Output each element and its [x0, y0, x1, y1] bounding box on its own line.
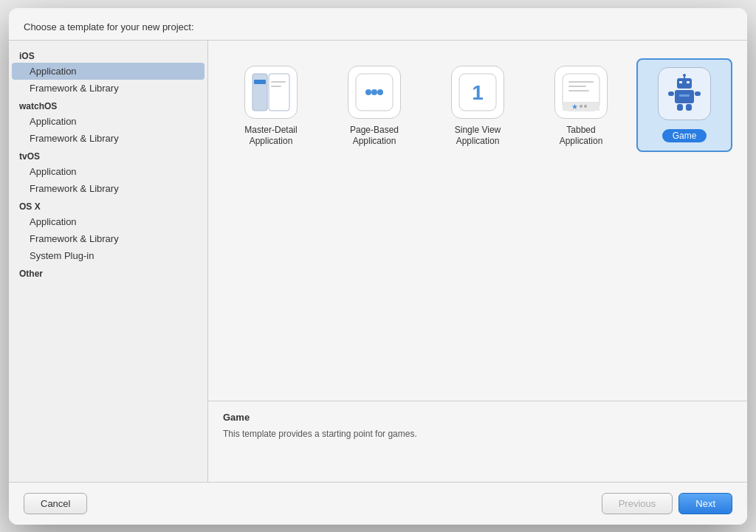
- description-text: This template provides a starting point …: [223, 427, 732, 441]
- sidebar-item-watchos-framework[interactable]: Framework & Library: [9, 130, 207, 147]
- dialog-title-text: Choose a template for your new project:: [24, 21, 194, 32]
- template-icon-game: [658, 67, 711, 120]
- template-label-game: Game: [662, 129, 707, 142]
- template-single-view[interactable]: 1 Single ViewApplication: [430, 58, 526, 152]
- sidebar-section-watchos: watchOS: [9, 97, 207, 113]
- sidebar: iOS Application Framework & Library watc…: [9, 41, 208, 482]
- template-icon-single-view: 1: [451, 66, 504, 119]
- template-label-master-detail: Master-DetailApplication: [244, 125, 297, 148]
- template-game[interactable]: Game: [636, 58, 732, 152]
- sidebar-item-osx-application[interactable]: Application: [9, 213, 207, 230]
- sidebar-section-tvos: tvOS: [9, 147, 207, 163]
- svg-rect-17: [568, 86, 586, 87]
- svg-point-15: [584, 105, 587, 108]
- sidebar-item-tvos-application[interactable]: Application: [9, 163, 207, 180]
- description-area: Game This template provides a starting p…: [208, 401, 747, 482]
- svg-rect-25: [668, 91, 674, 96]
- dialog: Choose a template for your new project: …: [9, 8, 747, 525]
- template-icon-page-based: [348, 66, 401, 119]
- svg-rect-21: [687, 81, 690, 83]
- svg-rect-0: [252, 74, 267, 111]
- svg-rect-26: [695, 91, 701, 96]
- svg-rect-27: [677, 104, 683, 111]
- template-label-single-view: Single ViewApplication: [455, 125, 501, 148]
- svg-rect-2: [254, 80, 266, 84]
- sidebar-item-osx-framework[interactable]: Framework & Library: [9, 230, 207, 247]
- main-content: Master-DetailApplication Page-BasedAppl: [208, 41, 747, 482]
- dialog-footer: Cancel Previous Next: [9, 483, 747, 525]
- svg-rect-29: [679, 94, 690, 97]
- template-page-based[interactable]: Page-BasedApplication: [326, 58, 422, 152]
- dialog-title: Choose a template for your new project:: [9, 8, 747, 40]
- sidebar-item-tvos-framework[interactable]: Framework & Library: [9, 180, 207, 197]
- svg-point-23: [683, 74, 686, 77]
- previous-button[interactable]: Previous: [602, 493, 673, 514]
- template-master-detail[interactable]: Master-DetailApplication: [223, 58, 319, 152]
- description-title: Game: [223, 412, 732, 423]
- svg-rect-16: [568, 81, 594, 83]
- svg-rect-3: [271, 81, 286, 83]
- svg-rect-1: [269, 74, 289, 111]
- svg-rect-20: [679, 81, 682, 83]
- sidebar-section-ios: iOS: [9, 46, 207, 63]
- sidebar-item-osx-plugin[interactable]: System Plug-in: [9, 247, 207, 264]
- svg-rect-28: [686, 104, 692, 111]
- template-tabbed[interactable]: ★ TabbedApplication: [533, 58, 629, 152]
- svg-point-8: [377, 89, 383, 95]
- template-icon-master-detail: [244, 66, 298, 119]
- template-label-tabbed: TabbedApplication: [560, 125, 603, 148]
- sidebar-section-other: Other: [9, 264, 207, 280]
- template-label-page-based: Page-BasedApplication: [350, 125, 399, 148]
- sidebar-item-watchos-application[interactable]: Application: [9, 113, 207, 130]
- template-icon-tabbed: ★: [554, 66, 608, 119]
- svg-text:★: ★: [571, 103, 578, 111]
- svg-point-7: [371, 89, 377, 95]
- svg-rect-4: [271, 86, 281, 87]
- sidebar-section-osx: OS X: [9, 197, 207, 213]
- template-grid: Master-DetailApplication Page-BasedAppl: [208, 41, 747, 401]
- dialog-body: iOS Application Framework & Library watc…: [9, 40, 747, 483]
- svg-point-6: [365, 89, 371, 95]
- cancel-button[interactable]: Cancel: [24, 493, 87, 514]
- sidebar-item-ios-framework[interactable]: Framework & Library: [9, 80, 207, 97]
- nav-buttons: Previous Next: [602, 493, 732, 514]
- svg-point-14: [580, 105, 583, 108]
- svg-rect-18: [568, 90, 589, 91]
- next-button[interactable]: Next: [678, 493, 732, 514]
- svg-text:1: 1: [472, 81, 484, 104]
- svg-rect-19: [677, 78, 692, 89]
- sidebar-item-ios-application[interactable]: Application: [12, 63, 205, 80]
